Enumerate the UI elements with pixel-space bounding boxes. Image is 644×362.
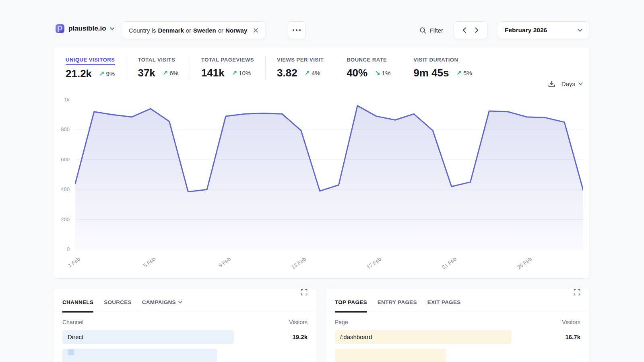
table-row[interactable]: /:dashboard 16.7k [335,330,580,344]
x-tick-label: 25 Feb [506,256,533,277]
row-bar [335,349,446,362]
table-row[interactable] [62,349,308,362]
metric-change: 10% [239,70,251,76]
channels-rows: Direct 19.2k [54,330,316,362]
filter-button[interactable]: Filter [419,27,443,34]
metric-change: 5% [463,70,472,76]
column-header-visitors: Visitors [289,319,308,325]
expand-icon[interactable] [301,289,308,296]
chart-controls: Days [548,80,583,87]
tab-sources[interactable]: SOURCES [104,299,132,312]
metric-value: 37k [138,67,155,79]
metric-change: 1% [382,70,391,76]
ellipsis-icon [293,29,294,31]
pages-tabs: TOP PAGES ENTRY PAGES EXIT PAGES [326,289,589,312]
metric-value: 141k [201,67,225,79]
metric-value: 40% [347,67,367,79]
chevron-left-icon[interactable] [459,24,470,36]
date-range-picker[interactable]: February 2026 [498,21,589,39]
trend-up-icon: ↗ [305,70,310,76]
channels-tabs: CHANNELS SOURCES CAMPAIGNS [54,289,316,312]
x-tick-label: 13 Feb [281,256,307,277]
interval-dropdown[interactable]: Days [561,80,583,87]
metric-value: 21.2k [66,68,92,80]
topbar-right: Filter February 2026 [419,21,589,39]
row-bar [62,330,234,344]
x-tick-label: 5 Feb [130,256,156,277]
metric-total-pageviews[interactable]: TOTAL PAGEVIEWS 141k ↗10% [190,56,265,80]
metric-value: 3.82 [277,67,297,79]
y-tick-label: 800 [54,126,70,132]
tab-label: CAMPAIGNS [142,299,176,305]
trend-up-icon: ↗ [456,70,461,76]
trend-up-icon: ↗ [232,70,237,76]
trend-up-icon: ↗ [163,70,168,76]
tab-exit-pages[interactable]: EXIT PAGES [427,299,461,312]
pages-rows: /:dashboard 16.7k [326,330,589,362]
chevron-down-icon [578,82,583,85]
tab-label: SOURCES [104,299,132,305]
chart-svg[interactable] [75,100,583,249]
tab-top-pages[interactable]: TOP PAGES [335,299,367,312]
row-value: 16.7k [565,330,580,344]
tab-label: EXIT PAGES [427,299,461,305]
site-switcher[interactable]: plausible.io [55,24,114,33]
row-bar [62,349,217,362]
table-row[interactable] [335,349,580,362]
column-header-channel: Channel [62,319,83,325]
metric-label: BOUNCE RATE [347,57,387,64]
metric-change: 4% [312,70,320,76]
metric-views-per-visit[interactable]: VIEWS PER VISIT 3.82 ↗4% [265,56,335,80]
metric-value: 9m 45s [413,67,449,79]
metric-visit-duration[interactable]: VISIT DURATION 9m 45s ↗5% [402,56,483,80]
chevron-right-icon[interactable] [472,24,482,36]
metric-label: TOTAL PAGEVIEWS [201,57,254,64]
pages-card: TOP PAGES ENTRY PAGES EXIT PAGES Page Vi… [326,289,589,362]
row-name[interactable]: Direct [68,330,83,344]
active-filter-pill[interactable]: Country is Denmark or Sweden or Norway [122,21,265,39]
channels-card: CHANNELS SOURCES CAMPAIGNS Channel Visit… [54,289,316,362]
metric-label: VISIT DURATION [413,57,458,64]
y-axis-labels: 02004006008001k [54,100,70,249]
filter-conjunction: or [186,27,191,34]
column-header-page: Page [335,319,348,325]
channels-column-headers: Channel Visitors [54,312,316,330]
trend-up-icon: ↗ [99,71,104,77]
metric-bounce-rate[interactable]: BOUNCE RATE 40% ↘1% [335,56,402,80]
metric-total-visits[interactable]: TOTAL VISITS 37k ↗6% [126,56,189,80]
more-filters-button[interactable] [288,21,305,39]
filter-prefix: Country is [129,27,156,34]
main-graph-card: UNIQUE VISITORS 21.2k ↗9% TOTAL VISITS 3… [54,47,589,278]
row-name[interactable]: /:dashboard [340,330,372,344]
metric-unique-visitors[interactable]: UNIQUE VISITORS 21.2k ↗9% [66,56,126,80]
y-tick-label: 400 [54,186,70,192]
tab-entry-pages[interactable]: ENTRY PAGES [378,299,417,312]
y-tick-label: 600 [54,156,70,162]
expand-icon[interactable] [574,289,580,296]
close-icon[interactable] [253,28,258,33]
chevron-down-icon [578,29,582,32]
filter-button-label: Filter [430,27,443,34]
x-tick-label: 1 Feb [55,256,81,277]
download-icon[interactable] [548,80,555,87]
tab-campaigns[interactable]: CAMPAIGNS [142,299,182,312]
tab-channels[interactable]: CHANNELS [62,299,93,312]
x-tick-label: 21 Feb [431,256,457,277]
filter-country-1: Denmark [158,27,184,34]
tab-label: TOP PAGES [335,299,367,305]
y-tick-label: 1k [54,97,70,103]
filter-country-3: Norway [225,27,247,34]
period-nav [454,21,487,39]
metric-label: UNIQUE VISITORS [66,57,115,65]
chevron-down-icon [178,301,182,304]
table-row[interactable]: Direct 19.2k [62,330,308,344]
x-tick-label: 17 Feb [356,256,382,277]
chevron-down-icon [110,27,114,30]
y-tick-label: 200 [54,216,70,222]
visitors-chart[interactable]: 02004006008001k 1 Feb5 Feb9 Feb13 Feb17 … [54,100,589,277]
y-tick-label: 0 [54,246,70,252]
row-name[interactable] [68,349,77,355]
pages-column-headers: Page Visitors [326,312,589,330]
x-tick-label: 9 Feb [205,256,231,277]
metric-change: 9% [106,70,115,77]
